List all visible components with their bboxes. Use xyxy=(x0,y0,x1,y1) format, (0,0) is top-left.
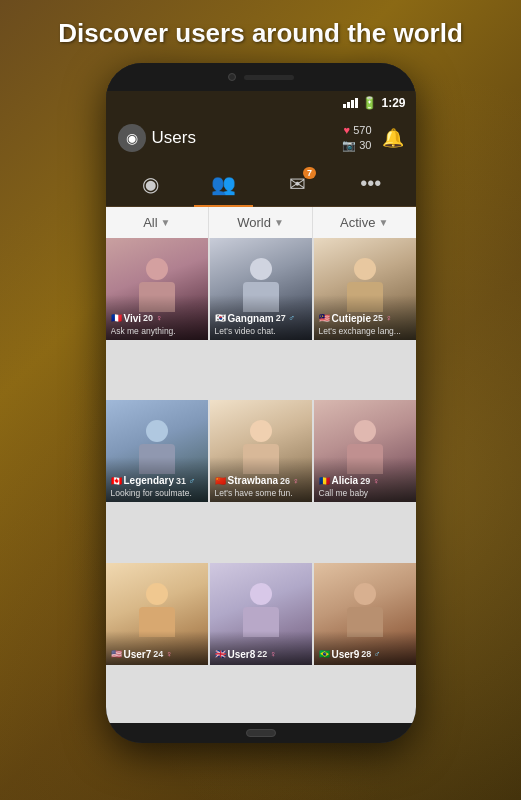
user-name-row: 🇬🇧User8 22 ♀ xyxy=(215,649,307,661)
phone-camera xyxy=(228,73,236,81)
header-stats: ♥ 570 📷 30 xyxy=(342,123,371,154)
user-flag: 🇬🇧 xyxy=(215,649,226,660)
user-card[interactable]: 🇷🇴Alicia 29 ♀Call me baby xyxy=(314,400,416,502)
filter-active[interactable]: Active ▼ xyxy=(313,207,416,238)
user-name-row: 🇷🇴Alicia 29 ♀ xyxy=(319,475,411,487)
user-name: Alicia xyxy=(332,475,359,487)
user-age-gender: 26 ♀ xyxy=(280,476,299,487)
user-status: Let's video chat. xyxy=(215,326,307,336)
user-card-info: 🇷🇴Alicia 29 ♀Call me baby xyxy=(314,457,416,502)
user-name-row: 🇰🇷Gangnam 27 ♂ xyxy=(215,313,307,325)
user-name: User9 xyxy=(332,649,360,661)
phone-frame: 🔋 1:29 ◉ Users ♥ 570 📷 30 🔔 ◉ xyxy=(106,63,416,743)
tab-messages[interactable]: ✉ 7 xyxy=(261,162,335,206)
user-name: Vivi xyxy=(124,313,142,325)
user-name-row: 🇨🇦Legendary 31 ♂ xyxy=(111,475,203,487)
user-age-gender: 22 ♀ xyxy=(257,649,276,660)
messages-badge: 7 xyxy=(303,167,316,179)
bell-icon[interactable]: 🔔 xyxy=(382,127,404,149)
user-age-gender: 28 ♂ xyxy=(361,649,380,660)
user-flag: 🇷🇴 xyxy=(319,476,330,487)
user-flag: 🇫🇷 xyxy=(111,313,122,324)
app-logo-icon: ◉ xyxy=(118,124,146,152)
user-card[interactable]: 🇲🇾Cutiepie 25 ♀Let's exchange lang... xyxy=(314,238,416,340)
app-header: ◉ Users ♥ 570 📷 30 🔔 xyxy=(106,115,416,162)
user-name: Strawbana xyxy=(228,475,279,487)
filter-world[interactable]: World ▼ xyxy=(209,207,313,238)
user-name-row: 🇧🇷User9 28 ♂ xyxy=(319,649,411,661)
app-title: Users xyxy=(152,128,196,148)
signal-icon xyxy=(343,98,358,108)
user-grid: 🇫🇷Vivi 20 ♀Ask me anything.🇰🇷Gangnam 27 … xyxy=(106,238,416,723)
user-name-row: 🇨🇳Strawbana 26 ♀ xyxy=(215,475,307,487)
user-name: User8 xyxy=(228,649,256,661)
user-card-info: 🇺🇸User7 24 ♀ xyxy=(106,631,208,665)
phone-top-bezel xyxy=(106,63,416,91)
filter-all-arrow: ▼ xyxy=(161,217,171,228)
views-count: 30 xyxy=(359,139,371,151)
user-age-gender: 24 ♀ xyxy=(153,649,172,660)
home-button[interactable] xyxy=(246,729,276,737)
tab-users[interactable]: 👥 xyxy=(187,162,261,206)
tab-profile[interactable]: ◉ xyxy=(114,162,188,206)
heart-icon: ♥ xyxy=(344,124,351,136)
user-flag: 🇺🇸 xyxy=(111,649,122,660)
tab-more[interactable]: ••• xyxy=(334,162,408,205)
app-logo: ◉ Users xyxy=(118,124,196,152)
filter-world-arrow: ▼ xyxy=(274,217,284,228)
phone-bottom-bezel xyxy=(106,723,416,743)
user-flag: 🇧🇷 xyxy=(319,649,330,660)
person-silhouette xyxy=(139,583,175,637)
user-name: User7 xyxy=(124,649,152,661)
filter-all-label: All xyxy=(143,215,157,230)
person-silhouette xyxy=(243,583,279,637)
page-headline: Discover users around the world xyxy=(0,0,521,63)
likes-count: 570 xyxy=(353,124,371,136)
user-flag: 🇨🇦 xyxy=(111,476,122,487)
user-card-info: 🇰🇷Gangnam 27 ♂Let's video chat. xyxy=(210,295,312,340)
phone-speaker xyxy=(244,75,294,80)
filter-active-label: Active xyxy=(340,215,375,230)
filter-all[interactable]: All ▼ xyxy=(106,207,210,238)
user-name-row: 🇲🇾Cutiepie 25 ♀ xyxy=(319,313,411,325)
filter-bar: All ▼ World ▼ Active ▼ xyxy=(106,207,416,238)
battery-icon: 🔋 xyxy=(362,96,377,110)
user-age-gender: 20 ♀ xyxy=(143,313,162,324)
filter-active-arrow: ▼ xyxy=(378,217,388,228)
filter-world-label: World xyxy=(237,215,271,230)
user-flag: 🇰🇷 xyxy=(215,313,226,324)
user-card-info: 🇨🇳Strawbana 26 ♀Let's have some fun. xyxy=(210,457,312,502)
more-icon: ••• xyxy=(360,172,381,195)
user-card[interactable]: 🇺🇸User7 24 ♀ xyxy=(106,563,208,665)
user-age-gender: 25 ♀ xyxy=(373,313,392,324)
user-card-info: 🇨🇦Legendary 31 ♂Looking for soulmate. xyxy=(106,457,208,502)
status-time: 1:29 xyxy=(381,96,405,110)
person-silhouette xyxy=(347,583,383,637)
user-card-info: 🇧🇷User9 28 ♂ xyxy=(314,631,416,665)
user-status: Ask me anything. xyxy=(111,326,203,336)
user-name-row: 🇺🇸User7 24 ♀ xyxy=(111,649,203,661)
users-icon: 👥 xyxy=(211,172,236,196)
user-status: Call me baby xyxy=(319,488,411,498)
user-card[interactable]: 🇨🇦Legendary 31 ♂Looking for soulmate. xyxy=(106,400,208,502)
user-name: Cutiepie xyxy=(332,313,371,325)
user-age-gender: 31 ♂ xyxy=(176,476,195,487)
views-stat: 📷 30 xyxy=(342,138,371,153)
user-status: Let's exchange lang... xyxy=(319,326,411,336)
user-card-info: 🇫🇷Vivi 20 ♀Ask me anything. xyxy=(106,295,208,340)
user-status: Let's have some fun. xyxy=(215,488,307,498)
user-name-row: 🇫🇷Vivi 20 ♀ xyxy=(111,313,203,325)
user-card[interactable]: 🇰🇷Gangnam 27 ♂Let's video chat. xyxy=(210,238,312,340)
status-bar: 🔋 1:29 xyxy=(106,91,416,115)
user-card[interactable]: 🇬🇧User8 22 ♀ xyxy=(210,563,312,665)
user-card[interactable]: 🇫🇷Vivi 20 ♀Ask me anything. xyxy=(106,238,208,340)
user-flag: 🇲🇾 xyxy=(319,313,330,324)
camera-icon: 📷 xyxy=(342,139,356,151)
user-card[interactable]: 🇧🇷User9 28 ♂ xyxy=(314,563,416,665)
user-status: Looking for soulmate. xyxy=(111,488,203,498)
likes-stat: ♥ 570 xyxy=(342,123,371,138)
user-card[interactable]: 🇨🇳Strawbana 26 ♀Let's have some fun. xyxy=(210,400,312,502)
user-card-info: 🇬🇧User8 22 ♀ xyxy=(210,631,312,665)
user-card-info: 🇲🇾Cutiepie 25 ♀Let's exchange lang... xyxy=(314,295,416,340)
user-flag: 🇨🇳 xyxy=(215,476,226,487)
